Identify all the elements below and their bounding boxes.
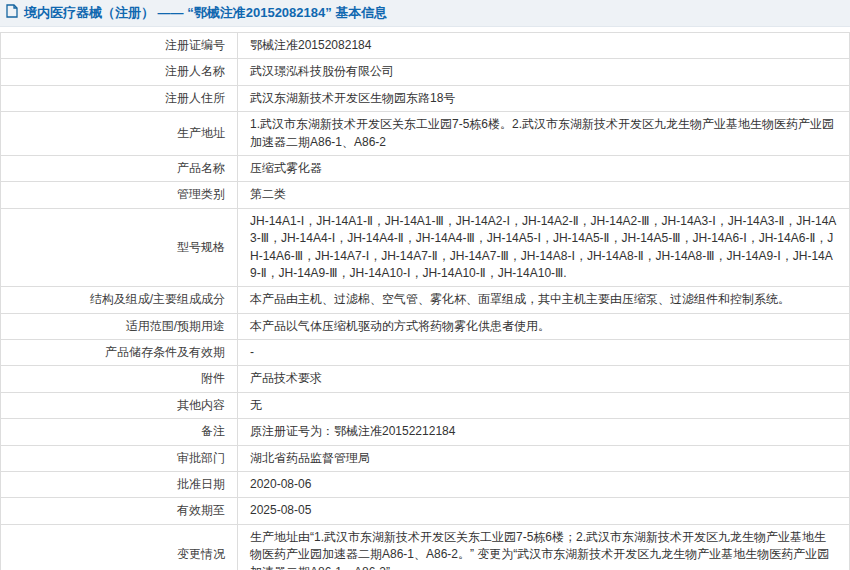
row-value: JH-14A1-Ⅰ，JH-14A1-Ⅱ，JH-14A1-Ⅲ，JH-14A2-Ⅰ，…: [238, 208, 850, 287]
document-icon: [6, 4, 18, 22]
table-row: 产品名称 压缩式雾化器: [1, 155, 850, 181]
table-row: 变更情况 生产地址由“1.武汉市东湖新技术开发区关东工业园7-5栋6楼；2.武汉…: [1, 524, 850, 570]
table-row: 生产地址 1.武汉市东湖新技术开发区关东工业园7-5栋6楼。2.武汉市东湖新技术…: [1, 112, 850, 156]
row-value: 2025-08-05: [238, 498, 850, 524]
table-row: 注册人名称 武汉璟泓科技股份有限公司: [1, 59, 850, 85]
row-label: 批准日期: [1, 472, 238, 498]
page-title: 境内医疗器械（注册） —— “鄂械注准20152082184” 基本信息: [24, 4, 387, 22]
row-value: 武汉璟泓科技股份有限公司: [238, 59, 850, 85]
row-label: 结构及组成/主要组成成分: [1, 287, 238, 313]
table-row: 管理类别 第二类: [1, 182, 850, 208]
row-label: 审批部门: [1, 445, 238, 471]
row-label: 管理类别: [1, 182, 238, 208]
row-label: 其他内容: [1, 392, 238, 418]
table-row: 结构及组成/主要组成成分 本产品由主机、过滤棉、空气管、雾化杯、面罩组成，其中主…: [1, 287, 850, 313]
row-value: -: [238, 340, 850, 366]
row-label: 注册人住所: [1, 85, 238, 111]
row-label: 生产地址: [1, 112, 238, 156]
row-value: 第二类: [238, 182, 850, 208]
row-value: 无: [238, 392, 850, 418]
table-row: 附件 产品技术要求: [1, 366, 850, 392]
row-label: 附件: [1, 366, 238, 392]
row-label: 变更情况: [1, 524, 238, 570]
info-table: 注册证编号 鄂械注准20152082184 注册人名称 武汉璟泓科技股份有限公司…: [0, 32, 850, 570]
row-label: 备注: [1, 419, 238, 445]
table-row: 注册证编号 鄂械注准20152082184: [1, 33, 850, 59]
row-value: 2020-08-06: [238, 472, 850, 498]
page-header: 境内医疗器械（注册） —— “鄂械注准20152082184” 基本信息: [0, 0, 850, 27]
row-label: 注册人名称: [1, 59, 238, 85]
table-row: 批准日期 2020-08-06: [1, 472, 850, 498]
row-label: 型号规格: [1, 208, 238, 287]
row-value: 生产地址由“1.武汉市东湖新技术开发区关东工业园7-5栋6楼；2.武汉市东湖新技…: [238, 524, 850, 570]
table-row: 型号规格 JH-14A1-Ⅰ，JH-14A1-Ⅱ，JH-14A1-Ⅲ，JH-14…: [1, 208, 850, 287]
row-label: 适用范围/预期用途: [1, 313, 238, 339]
row-value: 鄂械注准20152082184: [238, 33, 850, 59]
row-value: 压缩式雾化器: [238, 155, 850, 181]
row-label: 产品名称: [1, 155, 238, 181]
row-value: 武汉东湖新技术开发区生物园东路18号: [238, 85, 850, 111]
table-row: 有效期至 2025-08-05: [1, 498, 850, 524]
table-row: 备注 原注册证号为：鄂械注准20152212184: [1, 419, 850, 445]
row-value: 原注册证号为：鄂械注准20152212184: [238, 419, 850, 445]
row-value: 湖北省药品监督管理局: [238, 445, 850, 471]
table-row: 审批部门 湖北省药品监督管理局: [1, 445, 850, 471]
table-row: 适用范围/预期用途 本产品以气体压缩机驱动的方式将药物雾化供患者使用。: [1, 313, 850, 339]
table-row: 其他内容 无: [1, 392, 850, 418]
row-label: 产品储存条件及有效期: [1, 340, 238, 366]
row-label: 注册证编号: [1, 33, 238, 59]
row-value: 本产品以气体压缩机驱动的方式将药物雾化供患者使用。: [238, 313, 850, 339]
row-value: 产品技术要求: [238, 366, 850, 392]
table-row: 产品储存条件及有效期 -: [1, 340, 850, 366]
row-value: 1.武汉市东湖新技术开发区关东工业园7-5栋6楼。2.武汉市东湖新技术开发区九龙…: [238, 112, 850, 156]
row-label: 有效期至: [1, 498, 238, 524]
row-value: 本产品由主机、过滤棉、空气管、雾化杯、面罩组成，其中主机主要由压缩泵、过滤组件和…: [238, 287, 850, 313]
table-row: 注册人住所 武汉东湖新技术开发区生物园东路18号: [1, 85, 850, 111]
